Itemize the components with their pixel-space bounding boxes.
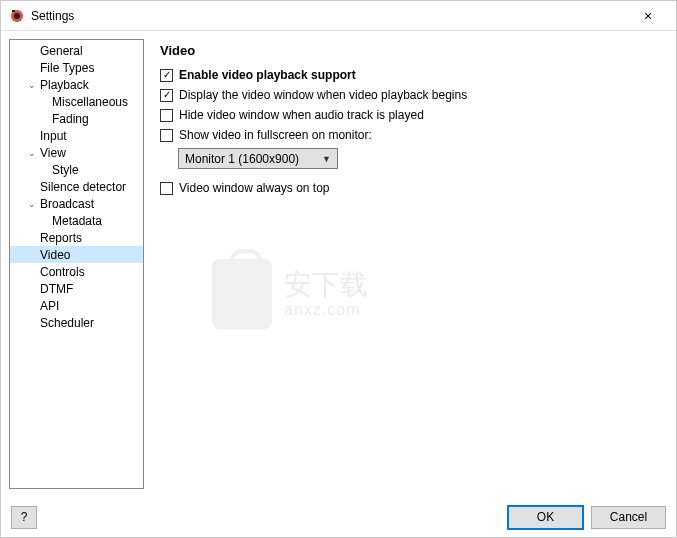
enable-video-label: Enable video playback support (179, 68, 356, 82)
settings-tree[interactable]: GeneralFile Types⌄PlaybackMiscellaneousF… (9, 39, 144, 489)
watermark-text: 安下载 anxz.com (284, 270, 368, 318)
chevron-down-icon: ▼ (322, 154, 331, 164)
fullscreen-label: Show video in fullscreen on monitor: (179, 128, 372, 142)
tree-item-label: Playback (38, 78, 89, 92)
chevron-down-icon: ⌄ (26, 199, 38, 209)
tree-item-label: Broadcast (38, 197, 94, 211)
tree-item-label: Miscellaneous (50, 95, 128, 109)
watermark-line2: anxz.com (284, 301, 368, 319)
tree-item-file-types[interactable]: File Types (10, 59, 143, 76)
tree-item-label: Reports (38, 231, 82, 245)
tree-item-label: Video (38, 248, 70, 262)
tree-item-label: File Types (38, 61, 94, 75)
enable-video-checkbox[interactable] (160, 69, 173, 82)
ok-button[interactable]: OK (508, 506, 583, 529)
tree-item-broadcast[interactable]: ⌄Broadcast (10, 195, 143, 212)
monitor-row: Monitor 1 (1600x900) ▼ (178, 148, 660, 169)
watermark-line1: 安下载 (284, 270, 368, 301)
tree-item-label: Style (50, 163, 79, 177)
tree-item-video[interactable]: Video (10, 246, 143, 263)
app-icon (9, 8, 25, 24)
tree-item-dtmf[interactable]: DTMF (10, 280, 143, 297)
tree-item-view[interactable]: ⌄View (10, 144, 143, 161)
tree-item-label: General (38, 44, 83, 58)
tree-item-label: Metadata (50, 214, 102, 228)
tree-item-reports[interactable]: Reports (10, 229, 143, 246)
chevron-down-icon: ⌄ (26, 148, 38, 158)
tree-item-playback[interactable]: ⌄Playback (10, 76, 143, 93)
tree-item-style[interactable]: Style (10, 161, 143, 178)
cancel-button[interactable]: Cancel (591, 506, 666, 529)
always-on-top-label: Video window always on top (179, 181, 330, 195)
tree-item-label: Silence detector (38, 180, 126, 194)
tree-item-metadata[interactable]: Metadata (10, 212, 143, 229)
lock-icon (212, 259, 272, 329)
enable-video-row: Enable video playback support (160, 68, 660, 82)
always-on-top-checkbox[interactable] (160, 182, 173, 195)
display-window-checkbox[interactable] (160, 89, 173, 102)
tree-item-controls[interactable]: Controls (10, 263, 143, 280)
tree-item-label: API (38, 299, 59, 313)
tree-item-input[interactable]: Input (10, 127, 143, 144)
display-window-label: Display the video window when video play… (179, 88, 467, 102)
tree-item-label: View (38, 146, 66, 160)
tree-item-label: DTMF (38, 282, 73, 296)
hide-window-label: Hide video window when audio track is pl… (179, 108, 424, 122)
tree-item-silence-detector[interactable]: Silence detector (10, 178, 143, 195)
tree-item-label: Fading (50, 112, 89, 126)
titlebar: Settings × (1, 1, 676, 31)
tree-item-label: Scheduler (38, 316, 94, 330)
tree-item-fading[interactable]: Fading (10, 110, 143, 127)
tree-item-label: Input (38, 129, 67, 143)
fullscreen-row: Show video in fullscreen on monitor: (160, 128, 660, 142)
tree-item-miscellaneous[interactable]: Miscellaneous (10, 93, 143, 110)
help-button[interactable]: ? (11, 506, 37, 529)
window-title: Settings (31, 9, 628, 23)
svg-rect-2 (12, 10, 15, 12)
tree-item-api[interactable]: API (10, 297, 143, 314)
tree-item-label: Controls (38, 265, 85, 279)
panel-title: Video (160, 43, 660, 58)
display-window-row: Display the video window when video play… (160, 88, 660, 102)
content-area: GeneralFile Types⌄PlaybackMiscellaneousF… (1, 31, 676, 497)
tree-item-scheduler[interactable]: Scheduler (10, 314, 143, 331)
svg-point-1 (14, 13, 20, 19)
monitor-select-value: Monitor 1 (1600x900) (185, 152, 299, 166)
video-settings-panel: Video Enable video playback support Disp… (152, 39, 668, 489)
close-button[interactable]: × (628, 8, 668, 24)
footer: ? OK Cancel (1, 497, 676, 537)
tree-item-general[interactable]: General (10, 42, 143, 59)
watermark: 安下载 anxz.com (212, 259, 368, 329)
monitor-select[interactable]: Monitor 1 (1600x900) ▼ (178, 148, 338, 169)
hide-window-checkbox[interactable] (160, 109, 173, 122)
always-on-top-row: Video window always on top (160, 181, 660, 195)
hide-window-row: Hide video window when audio track is pl… (160, 108, 660, 122)
chevron-down-icon: ⌄ (26, 80, 38, 90)
fullscreen-checkbox[interactable] (160, 129, 173, 142)
